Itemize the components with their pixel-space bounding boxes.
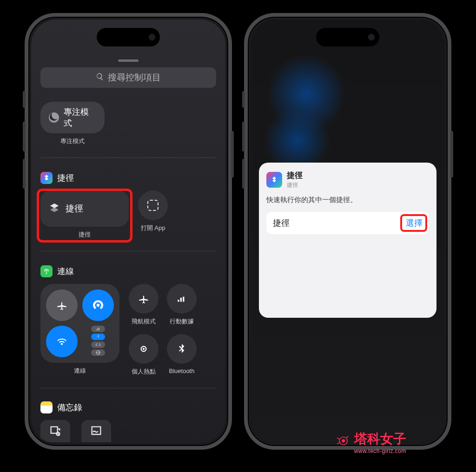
search-input[interactable]: 搜尋控制項目 xyxy=(40,67,216,88)
watermark-icon xyxy=(335,433,350,452)
power-button xyxy=(450,131,453,177)
card-header: 捷徑 捷徑 xyxy=(266,170,429,189)
connectivity-singles: 飛航模式 行動數據 個人熱點 xyxy=(129,284,197,376)
volume-down-button xyxy=(23,159,26,189)
select-button[interactable]: 選擇 xyxy=(406,217,423,229)
section-connectivity: 連線 xyxy=(40,265,216,376)
open-app-caption: 打開 App xyxy=(141,224,165,232)
label: Bluetooth xyxy=(169,367,195,374)
shortcut-tile-caption: 捷徑 xyxy=(79,230,91,239)
sheet-grabber[interactable] xyxy=(118,59,139,62)
layers-icon xyxy=(49,202,60,216)
card-title: 捷徑 xyxy=(287,170,303,181)
divider xyxy=(40,251,216,251)
shortcuts-app-icon xyxy=(40,172,53,184)
section-title: 備忘錄 xyxy=(57,402,82,413)
volume-up-button xyxy=(242,122,245,151)
cellular-single[interactable] xyxy=(167,284,197,314)
airplane-toggle[interactable] xyxy=(46,289,78,321)
row-label: 捷徑 xyxy=(273,217,290,229)
wifi-toggle[interactable] xyxy=(46,326,78,357)
side-button xyxy=(23,91,26,108)
bluetooth-single[interactable] xyxy=(167,334,197,364)
watermark-url: www.tech-girlz.com xyxy=(354,448,406,454)
svg-point-3 xyxy=(342,439,344,442)
volume-up-button xyxy=(23,122,26,151)
watermark-name: 塔科女子 xyxy=(354,432,406,446)
new-note-tile[interactable] xyxy=(81,420,111,442)
volume-down-button xyxy=(242,159,245,189)
config-card: 捷徑 捷徑 快速執行你的其中一個捷徑。 捷徑 選擇 xyxy=(259,163,436,318)
card-description: 快速執行你的其中一個捷徑。 xyxy=(266,196,429,204)
shortcuts-app-icon xyxy=(266,172,282,188)
dynamic-island xyxy=(316,28,379,46)
section-title: 捷徑 xyxy=(57,172,74,184)
section-header-notes: 備忘錄 xyxy=(40,401,216,413)
divider xyxy=(40,157,216,158)
side-button xyxy=(242,91,245,108)
focus-tile[interactable]: 專注模式 xyxy=(40,102,105,133)
card-subtitle: 捷徑 xyxy=(287,181,303,189)
label: 個人熱點 xyxy=(132,367,156,376)
focus-caption: 專注模式 xyxy=(60,137,85,145)
label: 飛航模式 xyxy=(132,317,156,326)
cluster-toggles[interactable] xyxy=(82,326,114,357)
focus-label: 專注模式 xyxy=(64,106,96,129)
phone-left: 搜尋控制項目 專注模式 專注模式 xyxy=(25,13,232,450)
quick-note-tile[interactable] xyxy=(40,420,70,442)
shortcut-tile-wrap: 捷徑 捷徑 xyxy=(40,190,129,239)
section-header-shortcuts: 捷徑 xyxy=(40,172,216,184)
section-title: 連線 xyxy=(57,266,74,277)
phone-right: 捷徑 捷徑 快速執行你的其中一個捷徑。 捷徑 選擇 xyxy=(244,13,451,450)
hotspot-single[interactable] xyxy=(129,334,159,364)
watermark: 塔科女子 www.tech-girlz.com xyxy=(335,430,406,454)
airdrop-toggle[interactable] xyxy=(82,289,114,321)
shortcut-selector-row[interactable]: 捷徑 選擇 xyxy=(266,212,429,234)
open-app-tile-wrap: 打開 App xyxy=(138,190,168,232)
notes-app-icon xyxy=(40,401,53,413)
phone-pair: 搜尋控制項目 專注模式 專注模式 xyxy=(0,0,476,450)
power-button xyxy=(231,131,234,177)
search-placeholder: 搜尋控制項目 xyxy=(108,72,161,84)
section-header-connectivity: 連線 xyxy=(40,265,216,277)
search-icon xyxy=(96,72,104,83)
open-app-tile[interactable] xyxy=(138,190,168,220)
dynamic-island xyxy=(97,28,160,46)
divider xyxy=(40,388,216,388)
notes-tiles xyxy=(40,420,216,442)
section-shortcuts: 捷徑 捷徑 捷徑 xyxy=(40,172,216,239)
connectivity-box[interactable] xyxy=(40,284,119,363)
connectivity-caption: 連線 xyxy=(74,367,86,375)
open-app-icon xyxy=(147,200,159,211)
moon-icon xyxy=(49,112,59,123)
blurred-background: 捷徑 捷徑 快速執行你的其中一個捷徑。 捷徑 選擇 xyxy=(251,20,445,443)
label: 行動數據 xyxy=(170,317,194,326)
control-center-gallery: 搜尋控制項目 專注模式 專注模式 xyxy=(31,20,225,443)
svg-point-0 xyxy=(97,304,100,307)
shortcut-tile-label: 捷徑 xyxy=(66,203,83,215)
airplane-single[interactable] xyxy=(129,284,159,314)
section-focus: 專注模式 專注模式 xyxy=(40,102,216,145)
shortcut-tile[interactable]: 捷徑 xyxy=(40,190,129,227)
antenna-icon xyxy=(40,265,53,277)
